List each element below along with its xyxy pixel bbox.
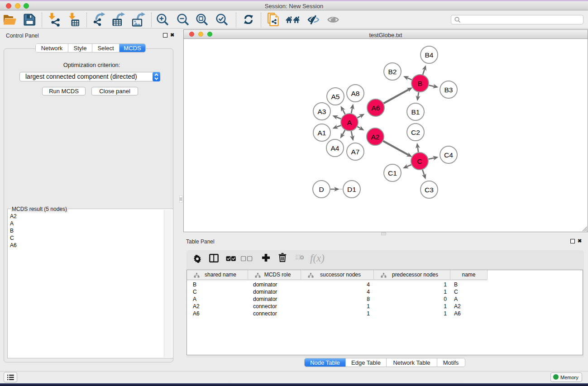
svg-text:C1: C1 [388,169,397,177]
svg-text:C4: C4 [444,151,453,159]
svg-text:C: C [417,157,422,165]
svg-text:B1: B1 [411,108,420,116]
svg-text:D: D [319,186,324,193]
svg-text:A3: A3 [318,108,326,115]
svg-text:B3: B3 [445,86,453,94]
svg-text:A8: A8 [351,90,360,97]
svg-text:A5: A5 [331,93,340,100]
svg-text:A4: A4 [331,144,339,152]
svg-text:A7: A7 [351,148,360,156]
svg-text:A2: A2 [371,133,380,141]
svg-text:A1: A1 [318,129,326,137]
svg-text:A: A [347,119,352,126]
svg-text:B: B [418,80,422,87]
svg-text:B2: B2 [388,68,397,76]
svg-text:C3: C3 [425,186,434,194]
svg-text:A6: A6 [372,104,380,112]
svg-text:B4: B4 [425,51,434,59]
svg-text:D1: D1 [347,186,356,193]
svg-text:C2: C2 [411,129,420,136]
